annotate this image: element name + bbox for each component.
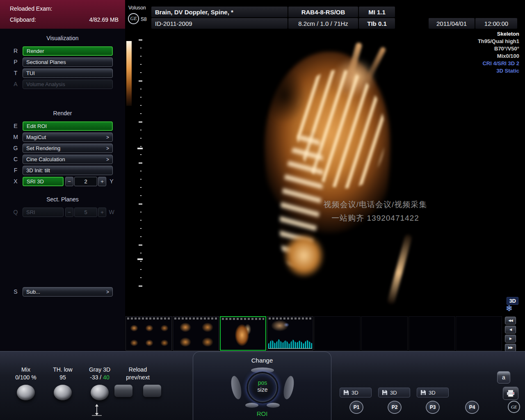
overlay-quality: Th95/Qual high1 [478, 38, 519, 45]
reload-value: prev/next [106, 374, 170, 381]
trackball-bottom-left-key[interactable] [245, 403, 258, 408]
th-low-knob[interactable] [54, 385, 72, 400]
tui-button[interactable]: TUI [23, 68, 113, 78]
print-button[interactable] [503, 387, 518, 400]
chevron-right-icon: > [106, 135, 109, 140]
mi-value: MI 1.1 [359, 7, 395, 17]
system-name: Voluson [128, 5, 146, 11]
thumbnail-4[interactable] [267, 316, 313, 351]
trackball-pos-size-toggle[interactable]: pos size [248, 373, 277, 402]
acquisition-params: 8.2cm / 1.0 / 71Hz [288, 18, 358, 29]
ge-badge-icon: GE [508, 401, 520, 413]
sub-menu-button[interactable]: Sub...> [23, 287, 113, 297]
hardkey-f-label: F [11, 165, 20, 176]
sri-decrease-button[interactable]: − [65, 177, 73, 186]
thumbnail-image [221, 317, 265, 350]
thumbnail-2[interactable] [173, 316, 219, 351]
clipboard-label: Clipboard: [10, 16, 36, 23]
row-sectional-planes: P Sectional Planes [0, 57, 125, 67]
reload-label: Reload [106, 366, 170, 373]
roi-label: ROI [193, 410, 331, 417]
exam-header-bar: Voluson GE S8 Brain, DV Doppler, Spine, … [125, 0, 525, 30]
orientation-axis-icon [89, 403, 105, 418]
mix-knob[interactable] [17, 385, 35, 400]
clipboard-prev-button[interactable]: ◀ [505, 326, 516, 333]
p4-button[interactable]: P4 [465, 401, 479, 414]
overlay-mix: Mix0/100 [478, 52, 519, 60]
p3-button[interactable]: P3 [426, 401, 440, 414]
magicut-button[interactable]: MagiCut> [23, 132, 113, 142]
hardkey-g-label: G [11, 143, 20, 153]
clipboard-first-page-button[interactable]: ◀◀ [505, 317, 516, 324]
thumbnail-3-selected[interactable] [220, 316, 266, 351]
edit-roi-button[interactable]: Edit ROI [23, 121, 113, 131]
thumbnail-empty-slot [361, 316, 408, 351]
sect-sri-increase-button: + [98, 208, 106, 217]
clipboard-next-button[interactable]: ▶ [505, 335, 516, 342]
save-disk-icon [420, 390, 426, 395]
trackball-bottom-right-key[interactable] [267, 403, 280, 408]
reload-prev-key[interactable] [114, 385, 132, 397]
save-3d-button-2[interactable]: 3D [378, 388, 410, 397]
3d-init-tilt-button[interactable]: 3D Init: tilt [23, 166, 113, 175]
ge-logo-icon: GE [128, 13, 139, 24]
render-section-title: Render [0, 110, 125, 116]
render-colormap-bar [126, 41, 132, 106]
thumbnail-image [173, 317, 219, 350]
row-magicut: M MagiCut> [0, 132, 125, 142]
sect-planes-section-title: Sect. Planes [0, 196, 125, 203]
overlay-3d-static: 3D Static [478, 67, 519, 75]
save-disk-icon [343, 390, 349, 395]
trackball-left-key[interactable] [229, 375, 243, 400]
save-3d-button-3[interactable]: 3D [417, 388, 449, 397]
freeze-snowflake-icon: ❄ [505, 304, 513, 313]
thumbnail-empty-slot [314, 316, 361, 351]
thumbnail-1[interactable] [126, 316, 172, 351]
save-3d-button-1[interactable]: 3D [340, 388, 372, 397]
mix-value: 0/100 % [7, 374, 44, 381]
th-low-label: TH. low [44, 366, 81, 373]
probe-name: RAB4-8-RS/OB [288, 7, 358, 17]
p2-button[interactable]: P2 [388, 401, 402, 414]
save-disk-icon [382, 390, 388, 395]
shadow-region [258, 61, 311, 130]
chevron-right-icon: > [106, 289, 109, 295]
fetal-pelvis-highlight [279, 229, 329, 282]
reload-next-key[interactable] [143, 385, 161, 397]
overlay-cri-sri: CRI 4/SRI 3D 2 [478, 60, 519, 67]
exam-time: 12:00:00 [475, 18, 517, 29]
patient-id: ID-2011-2009 [151, 18, 288, 29]
row-set-rendering: G Set Rendering> [0, 143, 125, 153]
sect-sri-decrease-button: − [65, 208, 73, 217]
clipboard-last-page-button[interactable]: ▶▶ [505, 344, 516, 352]
mix-control-group: Mix 0/100 % [7, 366, 44, 400]
sri-increase-button[interactable]: + [98, 177, 106, 186]
trackball-top-key[interactable] [251, 368, 274, 373]
exam-date: 2011/04/01 [429, 18, 475, 29]
trackball-right-key[interactable] [282, 375, 296, 400]
row-tui: T TUI [0, 68, 125, 78]
cine-calculation-button[interactable]: Cine Calculation> [23, 155, 113, 164]
row-volume-analysis: A Volume Analysis [0, 79, 125, 89]
preset-name: Brain, DV Doppler, Spine, * [151, 7, 288, 17]
thumbnail-empty-slot [409, 316, 455, 351]
row-edit-roi: E Edit ROI [0, 121, 125, 131]
render-mode-button[interactable]: Render [23, 46, 113, 56]
p1-button[interactable]: P1 [349, 401, 363, 414]
row-sri-3d: X SRI 3D − 2 + Y [0, 176, 125, 187]
row-sect-sri: Q SRI − 5 + W [0, 207, 125, 217]
reloaded-exam-label: Reloaded Exam: [10, 5, 52, 12]
hardkey-r-label: R [11, 46, 20, 56]
touch-panel-controls: Mix 0/100 % TH. low 95 Gray 3D -33 / 40 … [0, 351, 525, 420]
sectional-planes-button[interactable]: Sectional Planes [23, 57, 113, 67]
overlay-angles: B70°/V50° [478, 45, 519, 52]
thumbnail-image [126, 317, 171, 350]
row-3d-init: F 3D Init: tilt [0, 165, 125, 176]
hardkey-w-label: W [107, 207, 116, 217]
set-rendering-button[interactable]: Set Rendering> [23, 144, 113, 153]
sri-3d-button[interactable]: SRI 3D [23, 177, 64, 186]
a-key-button[interactable]: a [497, 371, 510, 383]
doppler-baseline [268, 348, 312, 349]
clipboard-status-panel: Reloaded Exam: Clipboard: 4/82.69 MB [0, 0, 125, 29]
system-brand: Voluson GE S8 [126, 4, 151, 29]
